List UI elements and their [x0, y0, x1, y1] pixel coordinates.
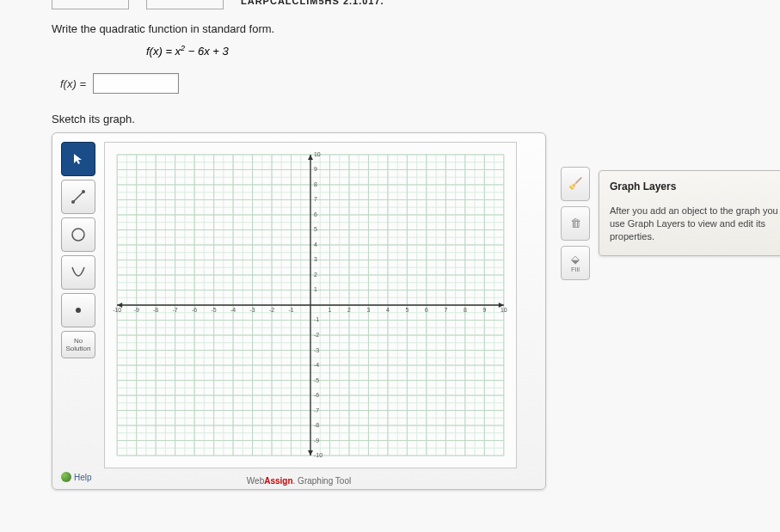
svg-text:-3: -3	[249, 307, 255, 313]
svg-text:2: 2	[314, 272, 317, 278]
svg-text:9: 9	[314, 167, 317, 173]
no-solution-label: No Solution	[64, 337, 93, 352]
delete-button[interactable]: 🗑	[561, 206, 590, 241]
pointer-tool[interactable]	[61, 142, 95, 176]
svg-text:-3: -3	[314, 347, 319, 353]
svg-text:6: 6	[314, 211, 317, 217]
svg-marker-135	[308, 450, 313, 456]
svg-text:10: 10	[314, 151, 321, 157]
pointer-icon	[71, 152, 85, 166]
problem-reference: LARPCALCLIM5HS 2.1.017.	[241, 0, 384, 6]
trash-icon: 🗑	[570, 217, 581, 229]
svg-point-5	[76, 308, 81, 313]
svg-text:-6: -6	[314, 392, 319, 398]
svg-text:-2: -2	[269, 307, 274, 313]
svg-text:-1: -1	[288, 307, 293, 313]
svg-text:10: 10	[501, 307, 507, 313]
clear-all-button[interactable]: 🧹	[561, 167, 590, 201]
svg-text:2: 2	[347, 307, 351, 313]
equation-prefix: f(x) = x	[146, 45, 181, 58]
svg-point-2	[71, 200, 75, 204]
svg-text:7: 7	[314, 197, 317, 203]
svg-text:-7: -7	[314, 407, 319, 413]
brand-prefix: Web	[247, 476, 264, 486]
svg-marker-0	[74, 154, 82, 164]
header-fragment: LARPCALCLIM5HS 2.1.017.	[52, 0, 754, 10]
svg-text:-6: -6	[192, 307, 197, 313]
graph-layers-panel: Graph Layers « After you add an object t…	[599, 170, 780, 256]
fill-button[interactable]: ⬙ Fill	[561, 246, 590, 280]
brand-suffix: . Graphing Tool	[293, 476, 352, 486]
svg-text:-10: -10	[113, 307, 121, 313]
instruction-text-2: Sketch its graph.	[52, 113, 765, 125]
svg-text:-4: -4	[314, 362, 319, 368]
svg-text:-9: -9	[314, 437, 319, 443]
line-icon	[70, 188, 87, 205]
no-solution-button[interactable]: No Solution	[61, 331, 95, 358]
circle-icon	[70, 226, 87, 243]
svg-text:3: 3	[367, 307, 371, 313]
grid-svg: -10-9-8-7-6-5-4-3-2-112345678910-10-9-8-…	[105, 143, 516, 468]
brand-bold: Assign	[264, 476, 292, 486]
svg-text:8: 8	[464, 307, 467, 313]
svg-point-3	[82, 190, 85, 193]
svg-text:6: 6	[425, 307, 428, 313]
svg-text:4: 4	[386, 307, 390, 313]
svg-point-4	[72, 229, 84, 241]
parabola-tool[interactable]	[61, 255, 95, 290]
svg-text:-9: -9	[134, 307, 139, 313]
fill-icon: ⬙	[571, 254, 580, 266]
answer-label: f(x) =	[60, 77, 86, 90]
svg-text:4: 4	[314, 242, 317, 248]
svg-text:1: 1	[329, 307, 332, 313]
tool-palette: No Solution	[61, 142, 99, 358]
svg-text:-5: -5	[314, 377, 319, 383]
layers-title: Graph Layers	[610, 180, 676, 193]
svg-text:-4: -4	[230, 307, 236, 313]
tool-branding: WebAssign. Graphing Tool	[52, 476, 545, 486]
side-action-bar: 🧹 🗑 ⬙ Fill	[561, 167, 592, 280]
svg-line-1	[73, 192, 83, 202]
svg-text:-2: -2	[314, 332, 319, 338]
svg-text:-5: -5	[212, 307, 217, 313]
clear-icon: 🧹	[568, 178, 582, 190]
header-box-2	[146, 0, 224, 9]
svg-text:-8: -8	[153, 307, 158, 313]
parabola-icon	[70, 264, 87, 281]
circle-tool[interactable]	[61, 217, 95, 252]
svg-text:5: 5	[314, 227, 317, 233]
line-tool[interactable]	[61, 180, 95, 214]
svg-text:1: 1	[314, 287, 317, 293]
graph-canvas[interactable]: -10-9-8-7-6-5-4-3-2-112345678910-10-9-8-…	[104, 142, 517, 468]
svg-text:9: 9	[482, 307, 486, 313]
graphing-tool-panel: No Solution Help -10-9-8-7-6-5-4-3-2-112…	[52, 132, 546, 490]
fill-label: Fill	[571, 266, 580, 273]
svg-text:8: 8	[314, 181, 317, 187]
point-icon	[70, 302, 87, 319]
svg-marker-134	[308, 155, 313, 160]
svg-text:3: 3	[314, 257, 317, 263]
svg-text:5: 5	[405, 307, 408, 313]
given-equation: f(x) = x2 − 6x + 3	[146, 44, 765, 58]
answer-input[interactable]	[93, 73, 179, 94]
svg-text:-8: -8	[314, 422, 319, 428]
svg-text:-7: -7	[173, 307, 178, 313]
header-box-1	[52, 0, 129, 9]
svg-text:7: 7	[444, 307, 447, 313]
svg-text:-10: -10	[314, 452, 322, 458]
point-tool[interactable]	[61, 293, 95, 327]
equation-suffix: − 6x + 3	[185, 45, 229, 58]
layers-body-text: After you add an object to the graph you…	[610, 205, 780, 243]
instruction-text-1: Write the quadratic function in standard…	[52, 22, 765, 35]
svg-text:-1: -1	[314, 317, 319, 323]
